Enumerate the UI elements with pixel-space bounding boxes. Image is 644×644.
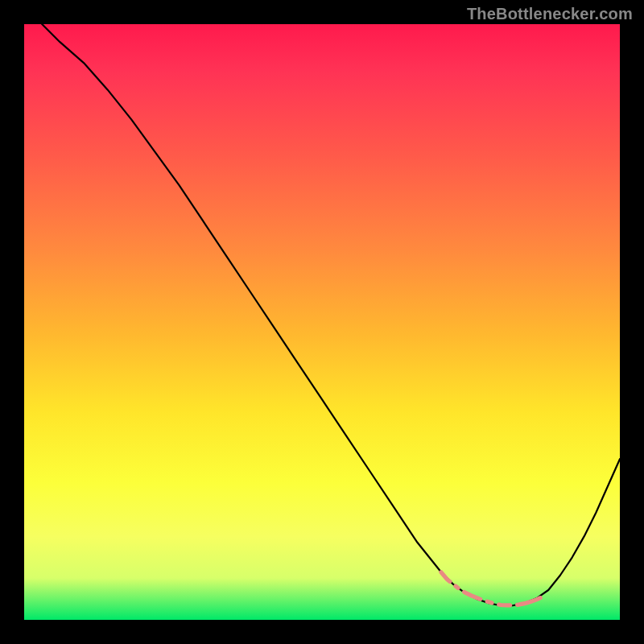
plot-area: [24, 24, 620, 620]
bottleneck-curve: [42, 24, 620, 605]
watermark-text: TheBottlenecker.com: [467, 5, 633, 23]
chart-frame: TheBottlenecker.com: [0, 0, 644, 644]
chart-overlay: [24, 24, 620, 620]
optimal-band: [441, 572, 543, 605]
